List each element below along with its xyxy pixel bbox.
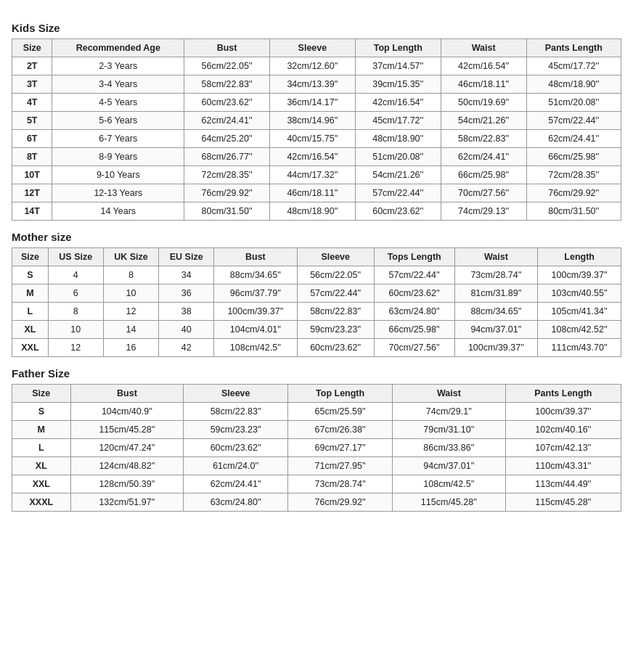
col-header: Top Length [355, 39, 441, 57]
mother-body: S483488cm/34.65''56cm/22.05''57cm/22.44'… [12, 266, 621, 357]
table-cell: 14 Years [52, 202, 184, 221]
table-cell: 100cm/39.37'' [454, 339, 538, 357]
table-cell: 39cm/15.35'' [355, 75, 441, 94]
col-header: Sleeve [297, 248, 374, 266]
table-cell: 104cm/4.01'' [214, 321, 298, 339]
table-row: 2T2-3 Years56cm/22.05''32cm/12.60''37cm/… [12, 57, 621, 75]
table-cell: 6 [48, 284, 103, 303]
table-cell: 80cm/31.50'' [526, 202, 621, 221]
table-cell: 59cm/23.23'' [297, 321, 374, 339]
table-cell: M [12, 284, 49, 303]
table-cell: 79cm/31.10'' [393, 421, 506, 439]
table-cell: 60cm/23.62'' [297, 339, 374, 357]
table-cell: 12 [48, 339, 103, 357]
table-cell: 6T [12, 130, 52, 148]
table-cell: 73cm/28.74'' [288, 475, 393, 493]
table-row: M115cm/45.28''59cm/23.23''67cm/26.38''79… [12, 421, 621, 439]
mother-header-row: SizeUS SizeUK SizeEU SizeBustSleeveTops … [12, 248, 621, 266]
table-cell: 64cm/25.20'' [184, 130, 270, 148]
table-cell: M [12, 421, 71, 439]
table-cell: 115cm/45.28'' [393, 493, 506, 512]
table-row: XXXL132cm/51.97''63cm/24.80''76cm/29.92'… [12, 493, 621, 512]
table-cell: 103cm/40.55'' [538, 284, 621, 303]
father-title: Father Size [12, 367, 621, 380]
table-cell: 58cm/22.83'' [184, 403, 288, 421]
table-cell: 54cm/21.26'' [441, 112, 526, 130]
table-cell: 76cm/29.92'' [288, 493, 393, 512]
father-body: S104cm/40.9''58cm/22.83''65cm/25.59''74c… [12, 403, 621, 512]
table-row: L81238100cm/39.37''58cm/22.83''63cm/24.8… [12, 303, 621, 321]
table-cell: 61cm/24.0'' [184, 457, 288, 475]
table-cell: 14 [103, 321, 159, 339]
table-cell: 100cm/39.37'' [538, 266, 621, 284]
table-row: 14T14 Years80cm/31.50''48cm/18.90''60cm/… [12, 202, 621, 221]
table-cell: 71cm/27.95'' [288, 457, 393, 475]
col-header: US Size [48, 248, 103, 266]
col-header: Pants Length [526, 39, 621, 57]
table-row: 10T9-10 Years72cm/28.35''44cm/17.32''54c… [12, 166, 621, 184]
table-cell: 86cm/33.86'' [393, 439, 506, 457]
col-header: Size [12, 248, 49, 266]
table-cell: XL [12, 321, 49, 339]
table-cell: 14T [12, 202, 52, 221]
table-cell: 62cm/24.41'' [184, 112, 270, 130]
table-cell: 70cm/27.56'' [374, 339, 454, 357]
table-cell: 48cm/18.90'' [355, 130, 441, 148]
table-cell: 57cm/22.44'' [355, 184, 441, 202]
table-row: 12T12-13 Years76cm/29.92''46cm/18.11''57… [12, 184, 621, 202]
col-header: Size [12, 39, 52, 57]
table-cell: 107cm/42.13'' [505, 439, 621, 457]
table-cell: 12-13 Years [52, 184, 184, 202]
table-cell: 60cm/23.62'' [374, 284, 454, 303]
table-cell: 56cm/22.05'' [297, 266, 374, 284]
table-cell: 100cm/39.37'' [505, 403, 621, 421]
col-header: Pants Length [505, 385, 621, 403]
table-cell: 38cm/14.96'' [270, 112, 356, 130]
table-cell: 10 [48, 321, 103, 339]
table-cell: 40 [159, 321, 214, 339]
table-cell: 104cm/40.9'' [70, 403, 184, 421]
table-cell: 80cm/31.50'' [184, 202, 270, 221]
table-cell: 115cm/45.28'' [70, 421, 184, 439]
table-cell: 111cm/43.70'' [538, 339, 621, 357]
table-cell: 5-6 Years [52, 112, 184, 130]
col-header: Waist [393, 385, 506, 403]
table-cell: 8 [103, 266, 159, 284]
mother-section: Mother size SizeUS SizeUK SizeEU SizeBus… [12, 231, 621, 357]
table-cell: 66cm/25.98'' [374, 321, 454, 339]
table-cell: 73cm/28.74'' [454, 266, 538, 284]
table-row: S483488cm/34.65''56cm/22.05''57cm/22.44'… [12, 266, 621, 284]
table-cell: 81cm/31.89'' [454, 284, 538, 303]
table-cell: 56cm/22.05'' [184, 57, 270, 75]
father-table: SizeBustSleeveTop LengthWaistPants Lengt… [12, 384, 621, 512]
table-cell: 34 [159, 266, 214, 284]
col-header: Sleeve [184, 385, 288, 403]
table-cell: 4T [12, 94, 52, 112]
col-header: Recommended Age [52, 39, 184, 57]
table-cell: 54cm/21.26'' [355, 166, 441, 184]
col-header: Size [12, 385, 71, 403]
table-cell: 51cm/20.08'' [526, 94, 621, 112]
col-header: Bust [214, 248, 298, 266]
kids-header-row: SizeRecommended AgeBustSleeveTop LengthW… [12, 39, 621, 57]
table-cell: 66cm/25.98'' [441, 166, 526, 184]
table-cell: 40cm/15.75'' [270, 130, 356, 148]
table-row: 6T6-7 Years64cm/25.20''40cm/15.75''48cm/… [12, 130, 621, 148]
table-cell: 74cm/29.13'' [441, 202, 526, 221]
table-cell: 16 [103, 339, 159, 357]
table-cell: 132cm/51.97'' [70, 493, 184, 512]
table-cell: 6-7 Years [52, 130, 184, 148]
table-cell: 42 [159, 339, 214, 357]
col-header: Waist [441, 39, 526, 57]
table-cell: 8 [48, 303, 103, 321]
table-cell: 50cm/19.69'' [441, 94, 526, 112]
table-cell: 4-5 Years [52, 94, 184, 112]
table-cell: 48cm/18.90'' [270, 202, 356, 221]
table-cell: 68cm/26.77'' [184, 148, 270, 166]
table-cell: 62cm/24.41'' [184, 475, 288, 493]
father-section: Father Size SizeBustSleeveTop LengthWais… [12, 367, 621, 512]
mother-table: SizeUS SizeUK SizeEU SizeBustSleeveTops … [12, 247, 621, 357]
table-cell: 57cm/22.44'' [374, 266, 454, 284]
table-cell: S [12, 403, 71, 421]
col-header: EU Size [159, 248, 214, 266]
